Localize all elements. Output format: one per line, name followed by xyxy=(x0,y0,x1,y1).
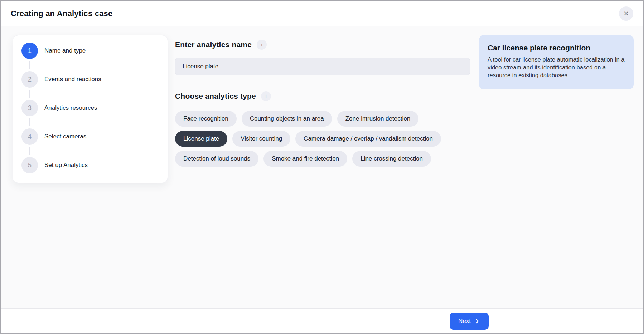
chip-smoke-and-fire-detection[interactable]: Smoke and fire detection xyxy=(263,151,347,167)
info-icon[interactable]: i xyxy=(257,40,267,50)
analytics-type-chips: Face recognition Counting objects in an … xyxy=(175,111,470,167)
name-section-heading-row: Enter analytics name i xyxy=(175,40,470,50)
chips-row: License plate Visitor counting Camera da… xyxy=(175,131,470,147)
step-connector xyxy=(29,118,30,126)
info-icon[interactable]: i xyxy=(261,91,271,101)
analytics-description-text: A tool for car license plate automatic l… xyxy=(488,56,625,79)
modal-header: Creating an Analytics case ✕ xyxy=(1,1,643,26)
chevron-right-icon xyxy=(474,318,480,324)
chip-visitor-counting[interactable]: Visitor counting xyxy=(232,131,290,147)
chip-license-plate[interactable]: License plate xyxy=(175,131,227,147)
chip-camera-damage-overlap-vandalism-detection[interactable]: Camera damage / overlap / vandalism dete… xyxy=(295,131,441,147)
step-events-and-reactions[interactable]: 2 Events and reactions xyxy=(21,71,159,88)
step-number-badge: 4 xyxy=(21,128,38,145)
step-connector xyxy=(29,147,30,155)
next-button-label: Next xyxy=(458,318,471,325)
chips-row: Detection of loud sounds Smoke and fire … xyxy=(175,151,470,167)
step-name-and-type[interactable]: 1 Name and type xyxy=(21,43,159,59)
modal-footer: Next xyxy=(1,308,643,333)
step-label: Set up Analytics xyxy=(44,162,88,169)
step-label: Select cameras xyxy=(44,133,86,140)
step-select-cameras[interactable]: 4 Select cameras xyxy=(21,128,159,145)
step-label: Name and type xyxy=(44,47,86,54)
step-connector xyxy=(29,90,30,98)
analytics-description-title: Car license plate recognition xyxy=(488,44,625,52)
step-number-badge: 1 xyxy=(21,43,38,59)
step-number-badge: 3 xyxy=(21,100,38,116)
page-title: Creating an Analytics case xyxy=(11,9,112,18)
stepper-card: 1 Name and type 2 Events and reactions 3… xyxy=(13,35,168,183)
step-number-badge: 2 xyxy=(21,71,38,88)
chip-zone-intrusion-detection[interactable]: Zone intrusion detection xyxy=(337,111,418,127)
step-label: Events and reactions xyxy=(44,76,101,83)
step-label: Analytics resources xyxy=(44,104,97,112)
choose-analytics-type-heading: Choose analytics type xyxy=(175,92,256,100)
step-connector xyxy=(29,61,30,69)
close-button[interactable]: ✕ xyxy=(619,6,633,21)
main-column: Enter analytics name i Choose analytics … xyxy=(175,35,470,167)
analytics-description-panel: Car license plate recognition A tool for… xyxy=(479,35,634,89)
close-icon: ✕ xyxy=(623,10,629,17)
enter-analytics-name-heading: Enter analytics name xyxy=(175,40,252,49)
chips-row: Face recognition Counting objects in an … xyxy=(175,111,470,127)
chip-detection-of-loud-sounds[interactable]: Detection of loud sounds xyxy=(175,151,258,167)
analytics-name-input[interactable] xyxy=(175,58,470,75)
step-analytics-resources[interactable]: 3 Analytics resources xyxy=(21,100,159,116)
chip-line-crossing-detection[interactable]: Line crossing detection xyxy=(352,151,431,167)
type-section-heading-row: Choose analytics type i xyxy=(175,91,470,101)
next-button[interactable]: Next xyxy=(450,313,489,330)
chip-counting-objects-in-an-area[interactable]: Counting objects in an area xyxy=(242,111,332,127)
step-number-badge: 5 xyxy=(21,157,38,173)
step-set-up-analytics[interactable]: 5 Set up Analytics xyxy=(21,157,159,173)
modal-body: 1 Name and type 2 Events and reactions 3… xyxy=(1,26,643,308)
analytics-case-modal: Creating an Analytics case ✕ 1 Name and … xyxy=(0,0,644,334)
chip-face-recognition[interactable]: Face recognition xyxy=(175,111,237,127)
